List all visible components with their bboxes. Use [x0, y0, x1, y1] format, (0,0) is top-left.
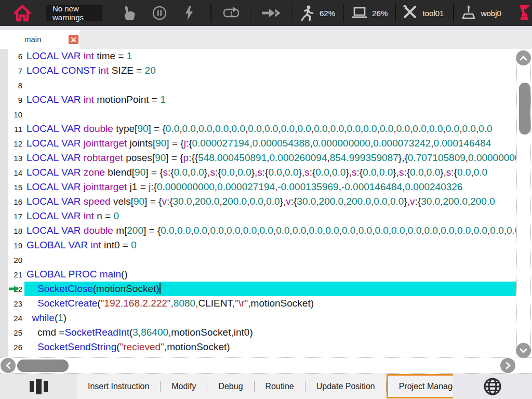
toolbar-item-modify[interactable]: Modify [161, 374, 207, 398]
line-number: 7 [0, 66, 24, 75]
code-line[interactable]: 24 while(1) [0, 311, 516, 325]
warning-banner[interactable]: No new warnings [46, 5, 102, 21]
horizontal-thumb[interactable] [17, 360, 69, 372]
language-button[interactable] [453, 374, 532, 399]
divider [512, 4, 512, 22]
divider-strip [0, 26, 532, 30]
code-line[interactable]: 26 SocketSendString("recieved",motionSoc… [0, 340, 516, 354]
line-number: 11 [0, 125, 24, 134]
divider [395, 4, 395, 22]
code-line[interactable]: 22 SocketClose(motionSocket) [0, 282, 516, 296]
globe-icon [483, 377, 502, 396]
line-number: 16 [0, 197, 24, 206]
scroll-right-button[interactable] [500, 358, 515, 373]
line-number: 26 [0, 343, 24, 352]
code-line[interactable]: 14LOCAL VAR zone blend[90] = {s:{0.0,0.0… [0, 165, 516, 180]
home-icon [12, 3, 32, 23]
code-line[interactable]: 19GLOBAL VAR int int0 = 0 [0, 238, 516, 252]
toolbar-item-debug[interactable]: Debug [207, 374, 254, 398]
code-text: LOCAL VAR jointtarget joints[90] = {j:{0… [24, 136, 516, 151]
vertical-track[interactable] [516, 56, 531, 350]
line-number: 13 [0, 154, 24, 163]
tab-label: main [24, 35, 42, 44]
code-text [24, 107, 516, 122]
tab-close-button[interactable] [69, 35, 78, 44]
line-number: 21 [0, 270, 24, 279]
code-text: cmd =SocketReadInt(3,86400,motionSocket,… [24, 325, 516, 340]
code-line[interactable]: 17LOCAL VAR int n = 0 [0, 209, 516, 223]
code-line[interactable]: 23 SocketCreate("192.168.2.222",8080,CLI… [0, 296, 516, 311]
system-value: 26% [372, 9, 388, 18]
code-text [24, 252, 516, 267]
code-text: LOCAL VAR double m[200] = {0.0,0.0,0.0,0… [24, 223, 516, 238]
vertical-scrollbar [516, 49, 532, 357]
workobject-button[interactable] [461, 5, 476, 21]
code-line[interactable]: 16LOCAL VAR speed vels[90] = {v:{30.0,20… [0, 194, 516, 209]
code-line[interactable]: 8 [0, 78, 516, 92]
pause-button[interactable] [152, 5, 167, 21]
toolbar-item-insert-instruction[interactable]: Insert Instruction [77, 374, 160, 398]
joystick-icon [461, 5, 476, 21]
hand-jog-button[interactable] [121, 5, 136, 21]
top-status-bar: No new warnings 1 [0, 0, 532, 26]
loop-once-button[interactable]: 1 [222, 6, 241, 20]
toolbar-item-update-position[interactable]: Update Position [305, 374, 386, 398]
code-text: SocketSendString("recieved",motionSocket… [24, 340, 516, 354]
code-line[interactable]: 9LOCAL VAR int motionPoint = 1 [0, 92, 516, 107]
toolbar-item-routine[interactable]: Routine [255, 374, 305, 398]
code-line[interactable]: 11LOCAL VAR double type[90] = {0.0,0.0,0… [0, 122, 516, 136]
tab-main[interactable]: main [0, 30, 79, 49]
chevron-left-icon [6, 362, 11, 369]
code-line[interactable]: 6LOCAL VAR int time = 1 [0, 49, 516, 63]
home-button[interactable] [12, 3, 32, 23]
code-text: LOCAL VAR int motionPoint = 1 [24, 92, 516, 107]
line-number: 25 [0, 328, 24, 337]
code-text: LOCAL VAR double type[90] = {0.0,0.0,0.0… [24, 122, 516, 136]
tool-button[interactable] [402, 5, 418, 21]
brand-robot-logo [518, 4, 532, 22]
code-editor[interactable]: 6LOCAL VAR int time = 17LOCAL CONST int … [0, 49, 516, 357]
code-line[interactable]: 7LOCAL CONST int SIZE = 20 [0, 63, 516, 78]
scroll-down-button[interactable] [516, 343, 531, 358]
line-number: 20 [0, 256, 24, 264]
horizontal-scrollbar[interactable] [0, 357, 532, 374]
speed-button[interactable] [300, 5, 315, 21]
divider [250, 4, 250, 22]
line-number: 8 [0, 81, 24, 90]
tool-value: tool01 [423, 9, 444, 18]
code-text: LOCAL VAR int n = 0 [24, 209, 516, 223]
code-text: SocketCreate("192.168.2.222",8080,CLIENT… [24, 296, 516, 311]
toolbar-items: Insert InstructionModifyDebugRoutineUpda… [77, 374, 514, 399]
code-text: LOCAL VAR int time = 1 [24, 49, 516, 63]
flash-button[interactable] [183, 5, 195, 21]
code-text: GLOBAL PROC main() [24, 267, 516, 282]
flash-icon [183, 5, 195, 21]
line-number: 24 [0, 314, 24, 323]
code-line[interactable]: 25 cmd =SocketReadInt(3,86400,motionSock… [0, 325, 516, 340]
execution-pointer-icon [8, 285, 20, 295]
divider [453, 4, 454, 22]
line-number: 14 [0, 168, 24, 177]
code-line[interactable]: 13LOCAL VAR robtarget poses[90] = {p:{{5… [0, 151, 516, 165]
line-number: 6 [0, 52, 24, 61]
fast-forward-icon [261, 7, 282, 19]
svg-text:1: 1 [230, 10, 233, 18]
code-line[interactable]: 20 [0, 252, 516, 267]
code-line[interactable]: 21GLOBAL PROC main() [0, 267, 516, 282]
tab-bar: main [0, 30, 532, 49]
code-line[interactable]: 10 [0, 107, 516, 122]
system-button[interactable] [351, 6, 368, 20]
vertical-thumb[interactable] [519, 83, 530, 135]
code-text: LOCAL VAR speed vels[90] = {v:{30.0,200.… [24, 194, 516, 209]
step-forward-button[interactable] [261, 7, 282, 19]
code-line[interactable]: 15LOCAL VAR jointtarget j1 = j:{0.000000… [0, 180, 516, 194]
scroll-left-button[interactable] [1, 358, 16, 373]
bottom-toolbar: Insert InstructionModifyDebugRoutineUpda… [0, 374, 532, 399]
code-line[interactable]: 12LOCAL VAR jointtarget joints[90] = {j:… [0, 136, 516, 151]
close-icon [71, 37, 76, 42]
divider [210, 4, 211, 22]
panel-toggle-button[interactable] [0, 374, 77, 399]
divider [343, 4, 344, 22]
panel-bars-icon [30, 379, 48, 394]
code-line[interactable]: 18LOCAL VAR double m[200] = {0.0,0.0,0.0… [0, 223, 516, 238]
